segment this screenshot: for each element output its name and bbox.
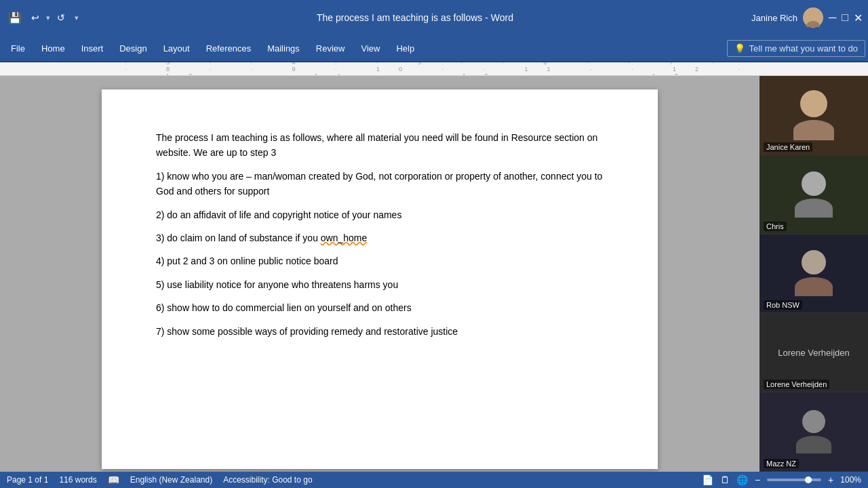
video-name-mazz: Mazz NZ (764, 459, 799, 468)
ruler-marks: · 2 · · 1 · · | · · 1 · · 2 · · 3 · · 4 … (122, 62, 760, 75)
zoom-percent[interactable]: 100% (840, 475, 861, 485)
window-close[interactable]: ✕ (854, 12, 863, 24)
search-placeholder-text: Tell me what you want to do (749, 43, 858, 54)
zoom-out-button[interactable]: − (755, 474, 760, 485)
print-layout-icon[interactable]: 🗒 (720, 474, 730, 485)
paragraph-5: 5) use liability notice for anyone who t… (156, 277, 604, 292)
web-layout-icon[interactable]: 🌐 (736, 474, 748, 485)
tab-mailings[interactable]: Mailings (259, 38, 308, 59)
tab-view[interactable]: View (353, 38, 388, 59)
status-bar: Page 1 of 1 116 words 📖 English (New Zea… (0, 472, 868, 488)
document-content: The process I am teaching is as follows,… (156, 130, 604, 339)
lorene-name-overlay: Lorene Verheijden (778, 348, 850, 358)
video-name-chris: Chris (764, 222, 787, 231)
svg-point-0 (809, 11, 817, 19)
save-icon[interactable]: 💾 (5, 9, 24, 27)
wavy-underline-text: own_home (321, 232, 368, 243)
video-name-janice: Janice Karen (764, 142, 812, 152)
video-panel-lorene[interactable]: Lorene Verheijden Lorene Verheijden (760, 313, 868, 392)
paragraph-2: 2) do an affidavit of life and copyright… (156, 207, 604, 222)
ribbon-search-box[interactable]: 💡 Tell me what you want to do (727, 40, 865, 57)
tab-references[interactable]: References (198, 38, 259, 59)
quick-access-toolbar: 💾 ↩ ▾ ↺ ▾ (5, 9, 79, 27)
paragraph-6: 6) show how to do commercial lien on you… (156, 300, 604, 315)
window-restore[interactable]: □ (842, 12, 848, 24)
main-area: The process I am teaching is as follows,… (0, 76, 868, 472)
paragraph-3: 3) do claim on land of substance if you … (156, 230, 604, 245)
video-name-lorene: Lorene Verheijden (764, 380, 829, 389)
tab-layout[interactable]: Layout (155, 38, 198, 59)
zoom-slider[interactable] (767, 479, 821, 481)
tab-home[interactable]: Home (33, 38, 73, 59)
title-bar: 💾 ↩ ▾ ↺ ▾ The process I am teaching is a… (0, 0, 868, 35)
document-area: The process I am teaching is as follows,… (0, 76, 760, 472)
accessibility-label: Accessibility: Good to go (223, 475, 312, 485)
undo-button[interactable]: ↩ (28, 11, 42, 24)
tab-review[interactable]: Review (308, 38, 353, 59)
tab-file[interactable]: File (3, 38, 33, 59)
word-count: 116 words (59, 475, 96, 485)
svg-point-1 (806, 21, 820, 27)
tab-help[interactable]: Help (388, 38, 422, 59)
video-panel-rob[interactable]: Rob NSW (760, 235, 868, 314)
tab-insert[interactable]: Insert (73, 38, 112, 59)
paragraph-4: 4) put 2 and 3 on online public notice b… (156, 253, 604, 268)
lightbulb-icon: 💡 (734, 43, 745, 54)
title-text: The process I am teaching is as follows … (317, 12, 513, 23)
video-sidebar: Janice Karen Chris Rob NSW Lorene Verhei… (760, 76, 868, 472)
tab-design[interactable]: Design (111, 38, 155, 59)
page-info: Page 1 of 1 (7, 475, 48, 485)
paragraph-7: 7) show some possible ways of providing … (156, 324, 604, 339)
user-area: Janine Rich ─ □ ✕ (751, 7, 863, 28)
ruler: · 2 · · 1 · · | · · 1 · · 2 · · 3 · · 4 … (0, 62, 868, 76)
paragraph-0: The process I am teaching is as follows,… (156, 130, 604, 161)
ribbon: File Home Insert Design Layout Reference… (0, 35, 868, 62)
zoom-thumb (805, 476, 812, 483)
document-page[interactable]: The process I am teaching is as follows,… (102, 89, 658, 469)
paragraph-1: 1) know who you are – man/woman created … (156, 169, 604, 199)
user-name-label: Janine Rich (751, 13, 797, 23)
video-panel-chris[interactable]: Chris (760, 155, 868, 235)
language-label[interactable]: English (New Zealand) (130, 475, 212, 485)
undo-dropdown[interactable]: ▾ (46, 14, 50, 22)
document-title: The process I am teaching is as follows … (79, 12, 751, 23)
video-panel-mazz[interactable]: Mazz NZ (760, 392, 868, 472)
status-right: 📄 🗒 🌐 − + 100% (702, 474, 861, 485)
video-panel-janice[interactable]: Janice Karen (760, 76, 868, 155)
video-name-rob: Rob NSW (764, 300, 802, 310)
read-mode-icon: 📖 (108, 474, 119, 485)
read-view-icon[interactable]: 📄 (702, 474, 713, 485)
zoom-in-button[interactable]: + (828, 474, 833, 485)
user-avatar[interactable] (803, 7, 823, 28)
redo-button[interactable]: ↺ (54, 11, 68, 24)
window-minimize[interactable]: ─ (829, 12, 836, 24)
